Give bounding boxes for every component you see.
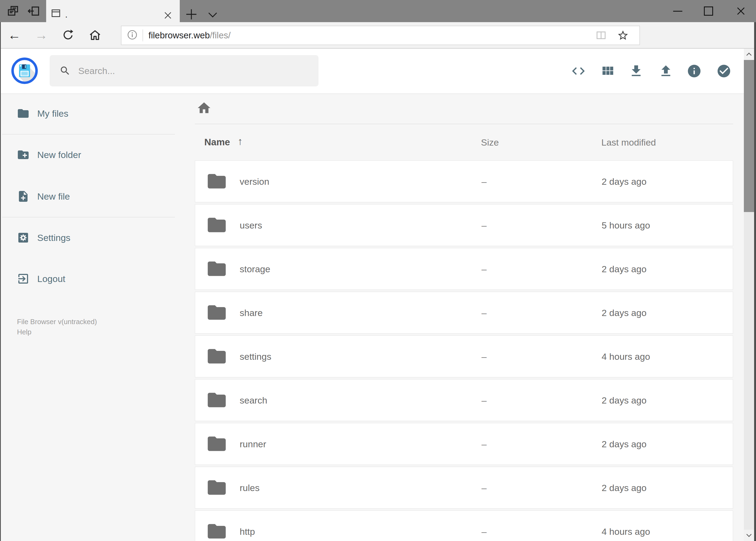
file-size: – — [481, 307, 487, 318]
column-header-name[interactable]: Name — [204, 137, 230, 148]
minimize-button[interactable] — [665, 0, 690, 22]
new-file-icon — [17, 190, 30, 203]
new-tab-button[interactable] — [185, 8, 198, 21]
set-tabs-aside-icon[interactable] — [27, 5, 40, 18]
file-size: – — [481, 439, 487, 449]
sidebar-item-new-file[interactable]: New file — [0, 185, 178, 208]
file-modified: 5 hours ago — [602, 220, 650, 231]
tab-list-chevron-icon[interactable] — [207, 9, 219, 21]
file-row[interactable]: runner – 2 days ago — [195, 423, 733, 465]
upload-icon[interactable] — [658, 64, 673, 79]
search-input[interactable] — [78, 65, 300, 76]
sidebar-item-my-files[interactable]: My files — [0, 102, 178, 125]
sidebar-item-label: My files — [37, 108, 68, 119]
file-row[interactable]: share – 2 days ago — [195, 292, 733, 333]
sidebar-item-new-folder[interactable]: New folder — [0, 144, 178, 166]
folder-icon — [206, 389, 227, 412]
url-host: filebrowser.web — [148, 30, 210, 40]
breadcrumb-home-icon[interactable] — [196, 101, 212, 116]
sort-ascending-icon[interactable]: ↑ — [237, 136, 243, 147]
file-row[interactable]: settings – 4 hours ago — [195, 335, 733, 377]
sidebar-item-settings[interactable]: Settings — [0, 226, 178, 249]
version-link[interactable]: File Browser v(untracked) — [17, 317, 97, 326]
folder-icon — [206, 345, 227, 368]
refresh-icon[interactable] — [62, 29, 75, 42]
file-name: rules — [240, 482, 260, 493]
tab-preview-icon[interactable] — [6, 5, 19, 18]
sidebar-item-logout[interactable]: Logout — [0, 268, 178, 290]
file-size: – — [481, 395, 487, 405]
file-modified: 4 hours ago — [602, 526, 650, 537]
file-row[interactable]: users – 5 hours ago — [195, 204, 733, 246]
folder-icon — [17, 107, 30, 120]
url-path: /files/ — [210, 30, 230, 40]
folder-icon — [206, 171, 227, 193]
file-modified: 2 days ago — [602, 176, 646, 187]
file-modified: 2 days ago — [602, 439, 646, 449]
sidebar-item-label: New file — [37, 191, 70, 202]
column-header-size[interactable]: Size — [481, 137, 499, 148]
tab-title: . — [65, 9, 68, 20]
file-modified: 2 days ago — [602, 482, 646, 493]
tab-bar: . — [0, 0, 756, 22]
browser-window: . ← → filebrowser — [0, 0, 756, 541]
file-name: users — [240, 220, 262, 231]
file-modified: 2 days ago — [602, 307, 646, 318]
download-icon[interactable] — [629, 64, 644, 79]
scrollbar-thumb[interactable] — [744, 60, 754, 212]
file-modified: 2 days ago — [602, 264, 646, 274]
file-size: – — [481, 176, 487, 187]
window-border-left — [0, 22, 1, 541]
browser-tab[interactable]: . — [46, 0, 180, 22]
logout-icon — [17, 272, 30, 285]
file-size: – — [481, 220, 487, 231]
help-link[interactable]: Help — [17, 328, 31, 336]
select-multiple-icon[interactable] — [716, 64, 731, 79]
sidebar-divider — [2, 217, 175, 218]
maximize-button[interactable] — [696, 0, 721, 22]
home-icon[interactable] — [89, 29, 102, 42]
reading-view-icon — [595, 29, 607, 41]
tab-close-icon[interactable] — [163, 10, 173, 21]
url-text: filebrowser.web/files/ — [148, 30, 230, 41]
info-icon[interactable] — [687, 64, 702, 79]
address-separator — [142, 29, 143, 41]
back-icon[interactable]: ← — [5, 24, 24, 46]
file-name: storage — [240, 264, 270, 274]
file-row[interactable]: storage – 2 days ago — [195, 248, 733, 290]
file-size: – — [481, 482, 487, 493]
sidebar-item-label: New folder — [37, 150, 81, 160]
file-name: version — [240, 176, 269, 187]
folder-icon — [206, 214, 227, 237]
raw-code-icon[interactable] — [571, 64, 586, 79]
file-name: search — [240, 395, 267, 405]
filebrowser-logo — [11, 57, 38, 85]
scrollbar-up-icon[interactable] — [744, 49, 754, 60]
file-list: version – 2 days ago users – 5 hours ago… — [195, 161, 733, 541]
file-modified: 2 days ago — [602, 395, 646, 405]
file-modified: 4 hours ago — [602, 351, 650, 362]
folder-icon — [206, 520, 227, 541]
scrollbar-down-icon[interactable] — [744, 530, 754, 541]
add-favorite-star-icon[interactable] — [617, 29, 629, 41]
file-row[interactable]: rules – 2 days ago — [195, 467, 733, 509]
window-border-right — [754, 22, 756, 541]
column-header-modified[interactable]: Last modified — [601, 137, 656, 148]
new-folder-icon — [17, 148, 30, 161]
file-size: – — [481, 351, 487, 362]
file-size: – — [481, 526, 487, 537]
file-name: settings — [240, 351, 271, 362]
folder-icon — [206, 302, 227, 324]
folder-icon — [206, 258, 227, 280]
close-window-button[interactable] — [729, 0, 753, 22]
grid-view-icon[interactable] — [600, 64, 615, 79]
search-box[interactable] — [50, 55, 319, 86]
site-info-icon[interactable] — [126, 29, 138, 42]
file-row[interactable]: search – 2 days ago — [195, 379, 733, 421]
file-row[interactable]: version – 2 days ago — [195, 161, 733, 202]
file-row[interactable]: http – 4 hours ago — [195, 510, 733, 541]
navigation-bar: ← → filebrowser.web/files/ — [0, 22, 756, 49]
address-bar[interactable]: filebrowser.web/files/ — [121, 26, 640, 45]
breadcrumb-divider — [195, 124, 733, 124]
app-header — [0, 49, 744, 94]
